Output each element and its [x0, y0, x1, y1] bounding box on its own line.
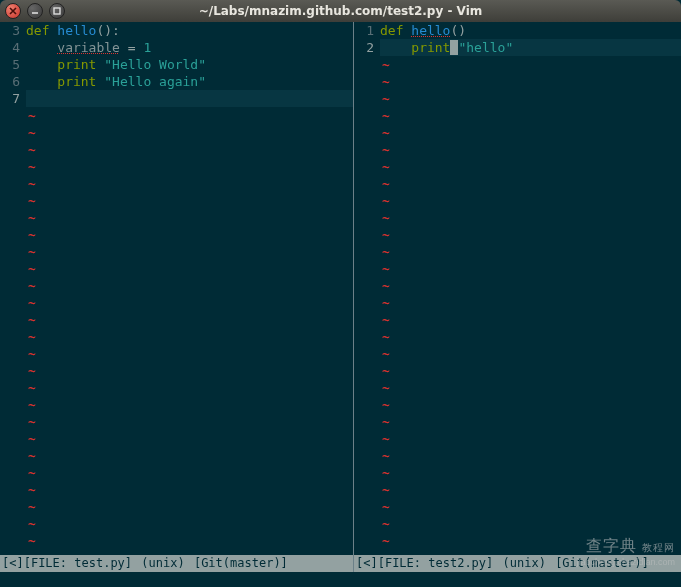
command-line[interactable] — [0, 572, 681, 587]
empty-line-tilde: ~ — [380, 243, 681, 260]
empty-line-tilde: ~ — [380, 192, 681, 209]
status-format: (unix) — [141, 556, 184, 570]
empty-line-tilde: ~ — [380, 277, 681, 294]
empty-line-tilde: ~ — [26, 328, 353, 345]
empty-line-tilde: ~ — [380, 328, 681, 345]
empty-line-tilde: ~ — [26, 158, 353, 175]
codelines-left[interactable]: def hello(): variable = 1 print "Hello W… — [26, 22, 353, 555]
empty-line-tilde: ~ — [26, 226, 353, 243]
window-titlebar: ~/Labs/mnazim.github.com/test2.py - Vim — [0, 0, 681, 22]
status-file-name: test2.py — [428, 556, 486, 570]
empty-line-tilde: ~ — [380, 73, 681, 90]
status-git: [Git(master)] — [194, 556, 288, 570]
statusbar-right: [<][FILE: test2.py] (unix) [Git(master)] — [354, 555, 681, 572]
pane-right[interactable]: 12 def hello() print"hello"~~~~~~~~~~~~~… — [354, 22, 681, 572]
empty-line-tilde: ~ — [26, 396, 353, 413]
empty-line-tilde: ~ — [380, 481, 681, 498]
status-arrow: [<] — [2, 556, 24, 570]
empty-line-tilde: ~ — [380, 430, 681, 447]
empty-line-tilde: ~ — [380, 396, 681, 413]
empty-line-tilde: ~ — [26, 498, 353, 515]
status-format: (unix) — [503, 556, 546, 570]
empty-line-tilde: ~ — [26, 345, 353, 362]
empty-line-tilde: ~ — [380, 532, 681, 549]
code-line[interactable] — [26, 90, 353, 107]
gutter-right: 12 — [354, 22, 380, 555]
empty-line-tilde: ~ — [380, 345, 681, 362]
empty-line-tilde: ~ — [380, 158, 681, 175]
code-line[interactable]: def hello() — [380, 22, 681, 39]
empty-line-tilde: ~ — [26, 141, 353, 158]
empty-line-tilde: ~ — [380, 311, 681, 328]
gutter-left: 34567 — [0, 22, 26, 555]
empty-line-tilde: ~ — [380, 107, 681, 124]
empty-line-tilde: ~ — [380, 175, 681, 192]
empty-line-tilde: ~ — [26, 294, 353, 311]
empty-line-tilde: ~ — [380, 498, 681, 515]
empty-line-tilde: ~ — [26, 515, 353, 532]
empty-line-tilde: ~ — [380, 260, 681, 277]
empty-line-tilde: ~ — [380, 56, 681, 73]
code-line[interactable]: variable = 1 — [26, 39, 353, 56]
empty-line-tilde: ~ — [26, 430, 353, 447]
empty-line-tilde: ~ — [26, 209, 353, 226]
code-line[interactable]: print "Hello World" — [26, 56, 353, 73]
code-area-left[interactable]: 34567 def hello(): variable = 1 print "H… — [0, 22, 353, 555]
empty-line-tilde: ~ — [26, 362, 353, 379]
status-file-label: [FILE: — [24, 556, 75, 570]
status-git: [Git(master)] — [555, 556, 649, 570]
empty-line-tilde: ~ — [26, 124, 353, 141]
svg-rect-0 — [54, 8, 60, 14]
pane-left[interactable]: 34567 def hello(): variable = 1 print "H… — [0, 22, 353, 572]
code-line[interactable]: def hello(): — [26, 22, 353, 39]
code-line[interactable]: print"hello" — [380, 39, 681, 56]
code-line[interactable]: print "Hello again" — [26, 73, 353, 90]
empty-line-tilde: ~ — [380, 124, 681, 141]
empty-line-tilde: ~ — [380, 413, 681, 430]
empty-line-tilde: ~ — [380, 226, 681, 243]
empty-line-tilde: ~ — [26, 175, 353, 192]
empty-line-tilde: ~ — [26, 243, 353, 260]
window-title: ~/Labs/mnazim.github.com/test2.py - Vim — [0, 4, 681, 18]
empty-line-tilde: ~ — [380, 447, 681, 464]
statusbar-left: [<][FILE: test.py] (unix) [Git(master)] — [0, 555, 353, 572]
empty-line-tilde: ~ — [380, 90, 681, 107]
empty-line-tilde: ~ — [380, 515, 681, 532]
empty-line-tilde: ~ — [26, 447, 353, 464]
empty-line-tilde: ~ — [26, 260, 353, 277]
status-file-label: [FILE: — [378, 556, 429, 570]
empty-line-tilde: ~ — [26, 413, 353, 430]
empty-line-tilde: ~ — [26, 464, 353, 481]
empty-line-tilde: ~ — [26, 532, 353, 549]
empty-line-tilde: ~ — [380, 379, 681, 396]
minimize-icon[interactable] — [27, 3, 43, 19]
status-file-close: ] — [486, 556, 493, 570]
close-icon[interactable] — [5, 3, 21, 19]
empty-line-tilde: ~ — [380, 464, 681, 481]
empty-line-tilde: ~ — [380, 362, 681, 379]
status-file-name: test.py — [74, 556, 125, 570]
empty-line-tilde: ~ — [380, 294, 681, 311]
empty-line-tilde: ~ — [26, 192, 353, 209]
empty-line-tilde: ~ — [380, 141, 681, 158]
codelines-right[interactable]: def hello() print"hello"~~~~~~~~~~~~~~~~… — [380, 22, 681, 555]
empty-line-tilde: ~ — [26, 481, 353, 498]
empty-line-tilde: ~ — [26, 277, 353, 294]
maximize-icon[interactable] — [49, 3, 65, 19]
status-file-close: ] — [125, 556, 132, 570]
empty-line-tilde: ~ — [26, 107, 353, 124]
code-area-right[interactable]: 12 def hello() print"hello"~~~~~~~~~~~~~… — [354, 22, 681, 555]
editor-area: 34567 def hello(): variable = 1 print "H… — [0, 22, 681, 572]
empty-line-tilde: ~ — [26, 379, 353, 396]
status-arrow: [<] — [356, 556, 378, 570]
empty-line-tilde: ~ — [26, 311, 353, 328]
empty-line-tilde: ~ — [380, 209, 681, 226]
